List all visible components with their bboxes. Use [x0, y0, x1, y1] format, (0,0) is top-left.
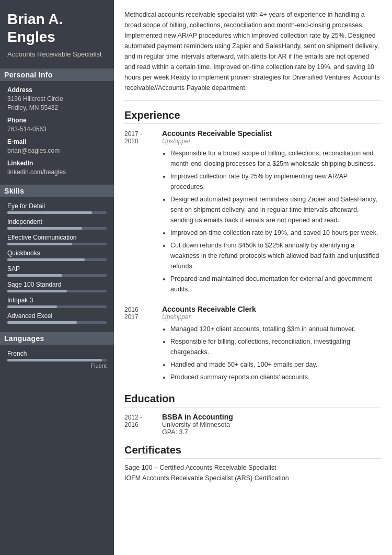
exp-bullet-item: Designed automated payment reminders usi… — [170, 194, 382, 225]
skill-bar-bg — [7, 305, 107, 308]
exp-company: Upshipper — [162, 138, 382, 145]
education-section: Education 2012 -2016BSBA in AccountingUn… — [124, 393, 382, 436]
skill-bar-fill — [7, 258, 85, 261]
candidate-title: Accounts Receivable Specialist — [7, 50, 107, 59]
language-bar-fill — [7, 359, 102, 361]
phone-value: 763-514-0563 — [7, 125, 107, 134]
skill-name: Effective Communication — [7, 234, 107, 241]
phone-label: Phone — [7, 117, 107, 124]
exp-bullet-item: Prepared and maintained documentation fo… — [170, 274, 382, 295]
certificate-item: IOFM Accounts Receivable Specialist (ARS… — [124, 474, 382, 482]
education-title: Education — [124, 393, 382, 407]
language-item: FrenchFluent — [7, 350, 107, 369]
edu-school: University of Minnesota — [162, 421, 382, 428]
edu-gpa: GPA: 3.7 — [162, 428, 382, 436]
exp-job-title: Accounts Receivable Specialist — [162, 129, 382, 138]
certificates-list: Sage 100 – Certified Accounts Receivable… — [124, 464, 382, 482]
skill-item: Quickbooks — [7, 250, 107, 261]
edu-degree: BSBA in Accounting — [162, 413, 382, 421]
skill-bar-bg — [7, 321, 107, 324]
exp-job-title: Accounts Receivable Clerk — [162, 305, 382, 313]
skills-list: Eye for DetailIndependentEffective Commu… — [7, 202, 107, 324]
certificates-section: Certificates Sage 100 – Certified Accoun… — [124, 444, 382, 482]
skill-bar-fill — [7, 227, 82, 230]
skill-bar-bg — [7, 227, 107, 230]
exp-bullet-item: Managed 120+ client accounts, totalling … — [170, 324, 382, 334]
skill-bar-fill — [7, 290, 67, 292]
summary-text: Methodical accounts receivable specialis… — [124, 9, 382, 101]
skill-item: Eye for Detail — [7, 202, 107, 214]
skill-bar-fill — [7, 305, 57, 308]
email-value: brian@eagles.com — [7, 146, 107, 155]
skill-name: Sage 100 Standard — [7, 281, 107, 288]
skill-name: Independent — [7, 218, 107, 225]
linkedin-value: linkedin.com/beagles — [7, 168, 107, 177]
skill-bar-fill — [7, 321, 77, 324]
exp-bullet-item: Responsible for billing, collections, re… — [170, 336, 382, 357]
exp-date: 2017 -2020 — [124, 129, 162, 297]
skill-name: SAP — [7, 265, 107, 273]
address-label: Address — [7, 86, 107, 94]
education-entry: 2012 -2016BSBA in AccountingUniversity o… — [124, 413, 382, 436]
skill-name: Eye for Detail — [7, 202, 107, 210]
experience-entry: 2016 -2017Accounts Receivable ClerkUpshi… — [124, 305, 382, 384]
skill-bar-bg — [7, 290, 107, 292]
skill-bar-bg — [7, 274, 107, 277]
skill-bar-bg — [7, 211, 107, 214]
skills-heading: Skills — [0, 185, 114, 197]
skill-item: Sage 100 Standard — [7, 281, 107, 292]
personal-info-heading: Personal Info — [0, 69, 114, 81]
exp-company: Upshipper — [162, 313, 382, 321]
experience-list: 2017 -2020Accounts Receivable Specialist… — [124, 129, 382, 384]
skill-bar-fill — [7, 243, 72, 245]
edu-content: BSBA in AccountingUniversity of Minnesot… — [162, 413, 382, 436]
skill-name: Quickbooks — [7, 250, 107, 257]
experience-section: Experience 2017 -2020Accounts Receivable… — [124, 109, 382, 384]
education-list: 2012 -2016BSBA in AccountingUniversity o… — [124, 413, 382, 436]
exp-bullet-item: Improved on-time collection rate by 19%,… — [170, 228, 382, 238]
exp-bullets: Managed 120+ client accounts, totalling … — [162, 324, 382, 382]
skill-name: Infopak 3 — [7, 297, 107, 304]
skill-name: Advanced Excel — [7, 312, 107, 320]
skill-item: Effective Communication — [7, 234, 107, 245]
exp-bullets: Responsible for a broad scope of billing… — [162, 148, 382, 295]
skill-item: Infopak 3 — [7, 297, 107, 308]
exp-bullet-item: Responsible for a broad scope of billing… — [170, 148, 382, 169]
languages-heading: Languages — [0, 332, 114, 345]
skill-item: Advanced Excel — [7, 312, 107, 324]
skill-bar-fill — [7, 211, 92, 214]
exp-bullet-item: Cut down refunds from $450k to $225k ann… — [170, 240, 382, 271]
exp-content: Accounts Receivable SpecialistUpshipperR… — [162, 129, 382, 297]
main-content: Methodical accounts receivable specialis… — [114, 0, 392, 555]
sidebar: Brian A. Engles Accounts Receivable Spec… — [0, 0, 114, 555]
language-bar-bg — [7, 359, 107, 361]
languages-list: FrenchFluent — [7, 350, 107, 369]
language-name: French — [7, 350, 107, 357]
skill-item: Independent — [7, 218, 107, 230]
edu-date: 2012 -2016 — [124, 413, 162, 436]
experience-entry: 2017 -2020Accounts Receivable Specialist… — [124, 129, 382, 297]
linkedin-label: LinkedIn — [7, 160, 107, 167]
skill-bar-bg — [7, 258, 107, 261]
exp-content: Accounts Receivable ClerkUpshipperManage… — [162, 305, 382, 384]
email-label: E-mail — [7, 138, 107, 145]
language-level: Fluent — [7, 363, 107, 369]
address-line1: 3196 Hillcrest Circle — [7, 95, 107, 104]
skill-item: SAP — [7, 265, 107, 277]
exp-date: 2016 -2017 — [124, 305, 162, 384]
certificate-item: Sage 100 – Certified Accounts Receivable… — [124, 464, 382, 471]
exp-bullet-item: Improved collection rate by 25% by imple… — [170, 171, 382, 192]
skill-bar-fill — [7, 274, 62, 277]
address-line2: Fridley, MN 55432 — [7, 104, 107, 112]
exp-bullet-item: Produced summary reports on clients' acc… — [170, 372, 382, 382]
candidate-name: Brian A. Engles — [7, 10, 107, 46]
skill-bar-bg — [7, 243, 107, 245]
experience-title: Experience — [124, 109, 382, 124]
certificates-title: Certificates — [124, 444, 382, 459]
exp-bullet-item: Handled and made 50+ calls, 100+ emails … — [170, 359, 382, 370]
